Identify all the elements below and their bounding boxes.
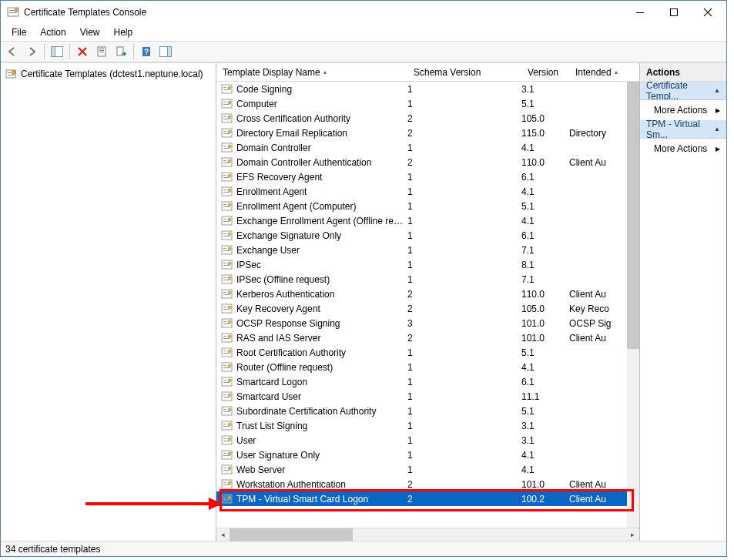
toolbar-separator xyxy=(44,44,45,59)
table-row[interactable]: Enrollment Agent14.1 xyxy=(216,184,639,199)
table-row[interactable]: OCSP Response Signing3101.0OCSP Sig xyxy=(216,316,639,330)
show-hide-tree-button[interactable] xyxy=(49,43,65,60)
svg-rect-19 xyxy=(8,72,11,73)
svg-point-74 xyxy=(228,277,231,280)
table-row[interactable]: Root Certification Authority15.1 xyxy=(216,345,639,360)
svg-rect-120 xyxy=(223,441,230,441)
sort-up-icon: ▴ xyxy=(615,69,618,75)
table-row[interactable]: Trust List Signing13.1 xyxy=(216,418,639,433)
table-row[interactable]: Workstation Authentication2101.0Client A… xyxy=(216,477,639,491)
menu-view[interactable]: View xyxy=(74,25,106,39)
scroll-left-button[interactable]: ◂ xyxy=(216,528,230,542)
menu-file[interactable]: File xyxy=(5,25,32,39)
table-row[interactable]: Computer15.1 xyxy=(216,96,639,111)
scroll-track[interactable] xyxy=(230,528,626,542)
menu-help[interactable]: Help xyxy=(108,25,139,39)
col-version[interactable]: Version xyxy=(521,67,569,78)
col-intended[interactable]: Intended ▴ xyxy=(569,67,627,78)
table-row[interactable]: Subordinate Certification Authority15.1 xyxy=(216,404,639,418)
show-actions-button[interactable] xyxy=(157,43,174,60)
actions-section-templates[interactable]: Certificate Templ...▲ xyxy=(640,82,726,100)
table-row[interactable]: Exchange Signature Only16.1 xyxy=(216,228,639,243)
table-row[interactable]: Domain Controller14.1 xyxy=(216,140,639,155)
cert-template-icon xyxy=(221,84,233,95)
table-row[interactable]: Domain Controller Authentication2110.0Cl… xyxy=(216,155,639,169)
svg-point-30 xyxy=(228,116,231,119)
delete-button[interactable] xyxy=(74,43,91,60)
cell-version: 4.1 xyxy=(521,362,569,373)
export-list-button[interactable] xyxy=(112,43,129,60)
list-pane: Template Display Name▴ Schema Version Ve… xyxy=(216,63,640,541)
actions-section-selected[interactable]: TPM - Virtual Sm...▲ xyxy=(640,120,726,139)
scroll-thumb[interactable] xyxy=(230,528,353,542)
svg-rect-83 xyxy=(223,307,226,307)
table-row[interactable]: Exchange Enrollment Agent (Offline requ.… xyxy=(216,213,639,228)
cert-template-icon xyxy=(221,128,233,139)
tree-pane[interactable]: Certificate Templates (dctest1.neptune.l… xyxy=(1,63,216,541)
vertical-scrollbar[interactable] xyxy=(627,82,639,528)
cert-template-icon xyxy=(221,260,233,270)
cell-name: Exchange User xyxy=(236,245,407,256)
svg-rect-136 xyxy=(223,499,230,500)
tree-root[interactable]: Certificate Templates (dctest1.neptune.l… xyxy=(5,66,211,82)
col-schema-version[interactable]: Schema Version xyxy=(407,67,521,78)
scroll-right-button[interactable]: ▸ xyxy=(626,528,639,542)
table-row[interactable]: Smartcard Logon16.1 xyxy=(216,374,639,389)
cell-version: 115.0 xyxy=(521,128,569,139)
table-row[interactable]: Exchange User17.1 xyxy=(216,243,639,257)
properties-button[interactable] xyxy=(93,43,110,60)
cert-template-icon xyxy=(221,479,233,490)
menu-action[interactable]: Action xyxy=(34,25,72,39)
table-row[interactable]: Code Signing13.1 xyxy=(216,82,639,96)
col-template-name[interactable]: Template Display Name▴ xyxy=(216,67,407,78)
cell-schema: 2 xyxy=(407,333,521,344)
svg-point-134 xyxy=(228,496,231,499)
col-name-label: Template Display Name xyxy=(223,67,320,78)
table-row[interactable]: User13.1 xyxy=(216,433,639,448)
svg-rect-76 xyxy=(223,280,230,280)
actions-more-2[interactable]: More Actions▶ xyxy=(640,139,726,159)
template-list[interactable]: Code Signing13.1Computer15.1Cross Certif… xyxy=(216,82,639,528)
cell-name: RAS and IAS Server xyxy=(236,333,407,344)
svg-point-110 xyxy=(228,408,231,411)
svg-rect-40 xyxy=(223,148,230,149)
maximize-button[interactable] xyxy=(657,2,691,23)
cert-template-icon xyxy=(221,230,233,241)
more-actions-label: More Actions xyxy=(654,105,707,116)
nav-forward-button[interactable] xyxy=(23,43,40,60)
cell-schema: 1 xyxy=(407,201,521,212)
cell-version: 7.1 xyxy=(521,245,569,256)
table-row[interactable]: Router (Offline request)14.1 xyxy=(216,360,639,374)
table-row[interactable]: EFS Recovery Agent16.1 xyxy=(216,169,639,184)
table-row[interactable]: Cross Certification Authority2105.0 xyxy=(216,111,639,126)
table-row[interactable]: IPSec18.1 xyxy=(216,257,639,272)
table-row[interactable]: User Signature Only14.1 xyxy=(216,448,639,462)
table-row[interactable]: TPM - Virtual Smart Card Logon2100.2Clie… xyxy=(216,491,639,506)
table-row[interactable]: Kerberos Authentication2110.0Client Au xyxy=(216,287,639,301)
submenu-icon: ▶ xyxy=(716,146,720,153)
table-row[interactable]: IPSec (Offline request)17.1 xyxy=(216,272,639,287)
table-row[interactable]: RAS and IAS Server2101.0Client Au xyxy=(216,330,639,345)
scroll-thumb[interactable] xyxy=(627,82,639,349)
minimize-button[interactable] xyxy=(623,2,657,23)
close-button[interactable] xyxy=(691,2,725,23)
collapse-icon: ▲ xyxy=(714,87,720,94)
actions-more-1[interactable]: More Actions▶ xyxy=(640,100,726,120)
cell-schema: 3 xyxy=(407,318,521,329)
cell-name: IPSec (Offline request) xyxy=(236,274,407,285)
nav-back-button[interactable] xyxy=(4,43,21,60)
svg-rect-108 xyxy=(223,397,230,397)
svg-rect-24 xyxy=(223,89,230,90)
table-row[interactable]: Smartcard User111.1 xyxy=(216,389,639,404)
svg-point-66 xyxy=(228,247,231,250)
svg-rect-84 xyxy=(223,309,230,310)
table-row[interactable]: Web Server14.1 xyxy=(216,462,639,477)
cell-schema: 1 xyxy=(407,406,521,417)
help-button[interactable]: ? xyxy=(138,43,155,60)
cell-version: 11.1 xyxy=(521,391,569,402)
svg-point-34 xyxy=(228,130,231,133)
table-row[interactable]: Key Recovery Agent2105.0Key Reco xyxy=(216,301,639,316)
table-row[interactable]: Directory Email Replication2115.0Directo… xyxy=(216,126,639,140)
table-row[interactable]: Enrollment Agent (Computer)15.1 xyxy=(216,199,639,213)
horizontal-scrollbar[interactable]: ◂ ▸ xyxy=(216,528,639,541)
